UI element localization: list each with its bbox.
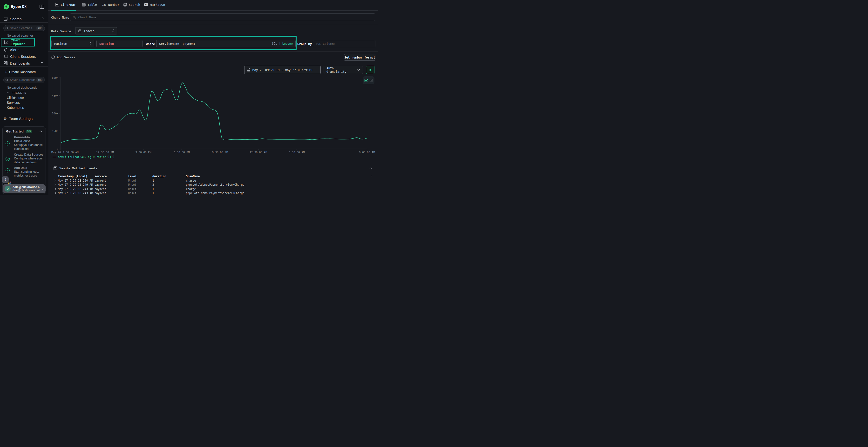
- cell-level[interactable]: Unset: [128, 187, 136, 191]
- column-header-spanname[interactable]: SpanName: [186, 175, 200, 178]
- shortcut-badge: ⌘K: [36, 27, 43, 30]
- sidebar-item-dashboards[interactable]: Dashboards: [4, 60, 30, 66]
- app-logo[interactable]: HyperDX: [4, 4, 27, 10]
- plus-circle-icon: [51, 56, 55, 59]
- x-tick-label: May 26 9:00:00 AM: [51, 151, 79, 154]
- tab-label: Search: [129, 3, 140, 6]
- tab-markdown[interactable]: M↓ Markdown: [144, 3, 165, 6]
- tab-label: Markdown: [150, 3, 165, 6]
- field-input[interactable]: Duration: [96, 40, 143, 47]
- collapse-events-chevron-icon[interactable]: [369, 167, 372, 169]
- column-resize-handle[interactable]: ⋮: [126, 174, 128, 177]
- search-list-icon: [123, 3, 127, 6]
- x-tick-label: 3:30:00 PM: [135, 151, 151, 154]
- run-query-button[interactable]: [366, 66, 374, 74]
- collapse-sidebar-icon[interactable]: [39, 5, 44, 9]
- chevron-up-icon[interactable]: [39, 131, 42, 132]
- where-query-input[interactable]: ServiceName: payment SQL | Lucene: [156, 40, 296, 47]
- column-header-timestamp[interactable]: Timestamp (Local): [58, 175, 88, 178]
- timeseries-chart[interactable]: [48, 75, 378, 155]
- field-value: Duration: [99, 42, 114, 45]
- sidebar-section-search[interactable]: Search: [4, 16, 22, 22]
- column-resize-handle[interactable]: ⋮: [150, 174, 153, 177]
- language-divider: |: [279, 42, 280, 45]
- cell-duration[interactable]: 1: [152, 187, 154, 191]
- sidebar-item-chart-explorer[interactable]: Chart Explorer: [1, 38, 35, 46]
- chevron-up-icon[interactable]: [40, 17, 44, 19]
- tab-line-bar[interactable]: Line/Bar: [55, 3, 76, 6]
- sidebar-item-client-sessions[interactable]: Client Sessions: [4, 54, 36, 59]
- tab-number[interactable]: 123 Number: [102, 3, 119, 6]
- saved-dashboards-input[interactable]: [10, 78, 35, 82]
- sidebar-item-team-settings[interactable]: ⚙ Team Settings: [4, 116, 33, 121]
- cell-spanname[interactable]: charge: [186, 187, 196, 191]
- get-started-item-desc: Start sending logs, metrics, or traces: [14, 170, 44, 177]
- column-resize-handle[interactable]: ⋮: [92, 174, 94, 177]
- row-expand-chevron-icon[interactable]: [55, 187, 56, 190]
- column-resize-handle[interactable]: ⋮: [183, 174, 186, 177]
- sidebar: HyperDX Search ⌘K No saved searches: [0, 0, 48, 195]
- lucene-language-toggle[interactable]: Lucene: [282, 42, 293, 45]
- y-tick-label: 150M: [49, 130, 58, 133]
- saved-dashboards-search[interactable]: ⌘K: [3, 77, 45, 83]
- legend-swatch: [53, 157, 56, 157]
- select-chevrons-icon: [112, 29, 114, 33]
- group-by-input[interactable]: [313, 40, 375, 47]
- cell-spanname[interactable]: grpc.oteldemo.PaymentService/Charge: [186, 192, 244, 195]
- saved-searches-input[interactable]: [10, 27, 35, 30]
- add-series-button[interactable]: Add Series: [51, 56, 75, 59]
- preset-clickhouse[interactable]: ClickHouse: [7, 96, 24, 100]
- cell-level[interactable]: Unset: [128, 192, 136, 195]
- chart-name-input[interactable]: [70, 13, 375, 21]
- help-label: ?: [4, 178, 6, 182]
- column-header-service[interactable]: service: [94, 175, 107, 178]
- cell-duration[interactable]: 3: [152, 183, 154, 186]
- cell-service[interactable]: payment: [94, 187, 106, 191]
- column-header-level[interactable]: level: [128, 175, 137, 178]
- cell-spanname[interactable]: grpc.oteldemo.PaymentService/Charge: [186, 183, 244, 186]
- cell-level[interactable]: Unset: [128, 183, 136, 186]
- column-header-duration[interactable]: duration: [152, 175, 166, 178]
- cell-spanname[interactable]: charge: [186, 179, 196, 182]
- sample-events-header[interactable]: Sample Matched Events: [54, 166, 97, 170]
- granularity-select[interactable]: Auto Granularity: [323, 66, 363, 74]
- chevron-right-icon: [42, 187, 44, 190]
- row-expand-chevron-icon[interactable]: [55, 179, 56, 182]
- gear-icon: ⚙: [4, 117, 7, 121]
- table-menu-icon[interactable]: ⋮: [370, 174, 373, 177]
- cell-service[interactable]: payment: [94, 192, 106, 195]
- cell-service[interactable]: payment: [94, 183, 106, 186]
- cell-level[interactable]: Unset: [128, 179, 136, 182]
- get-started-item-title[interactable]: Add Data: [14, 166, 45, 170]
- data-source-select[interactable]: Traces: [75, 27, 117, 34]
- aggregation-select[interactable]: Maximum: [51, 40, 94, 47]
- row-expand-chevron-icon[interactable]: [55, 192, 56, 194]
- presets-toggle[interactable]: PRESETS: [7, 91, 27, 95]
- saved-searches-search[interactable]: ⌘K: [3, 25, 45, 31]
- chevron-up-icon[interactable]: [40, 62, 44, 64]
- row-expand-chevron-icon[interactable]: [55, 183, 56, 186]
- preset-kubernetes[interactable]: Kubernetes: [7, 106, 24, 110]
- cell-timestamp[interactable]: May 27 9:29:18.250 AM: [58, 179, 93, 182]
- create-dashboard-button[interactable]: + Create Dashboard: [5, 70, 36, 74]
- tab-search[interactable]: Search: [123, 3, 140, 6]
- cell-service[interactable]: payment: [94, 179, 106, 182]
- user-menu[interactable]: D dale@clickhouse.com dale@clickhouse.co…: [3, 184, 45, 193]
- chevron-down-icon: [7, 92, 9, 94]
- get-started-item-title[interactable]: Connect to ClickHouse: [14, 135, 42, 143]
- get-started-item-title[interactable]: Create Data Sources: [14, 153, 45, 157]
- cell-timestamp[interactable]: May 27 9:29:18.243 AM: [58, 192, 93, 195]
- cell-timestamp[interactable]: May 27 9:29:18.249 AM: [58, 183, 93, 186]
- tab-table[interactable]: Table: [82, 3, 97, 6]
- time-range-picker[interactable]: May 26 09:29:19 - May 27 09:29:19: [244, 66, 321, 74]
- sidebar-item-alerts[interactable]: Alerts: [4, 47, 20, 53]
- sql-language-toggle[interactable]: SQL: [272, 42, 277, 45]
- help-button[interactable]: ?: [2, 176, 9, 183]
- set-number-format-button[interactable]: Set number format: [344, 54, 375, 61]
- preset-services[interactable]: Services: [7, 101, 20, 105]
- cell-duration[interactable]: 1: [152, 179, 154, 182]
- markdown-icon: M↓: [144, 3, 148, 6]
- events-list-icon: [54, 166, 57, 170]
- cell-duration[interactable]: 1: [152, 192, 154, 195]
- cell-timestamp[interactable]: May 27 9:29:18.243 AM: [58, 187, 93, 191]
